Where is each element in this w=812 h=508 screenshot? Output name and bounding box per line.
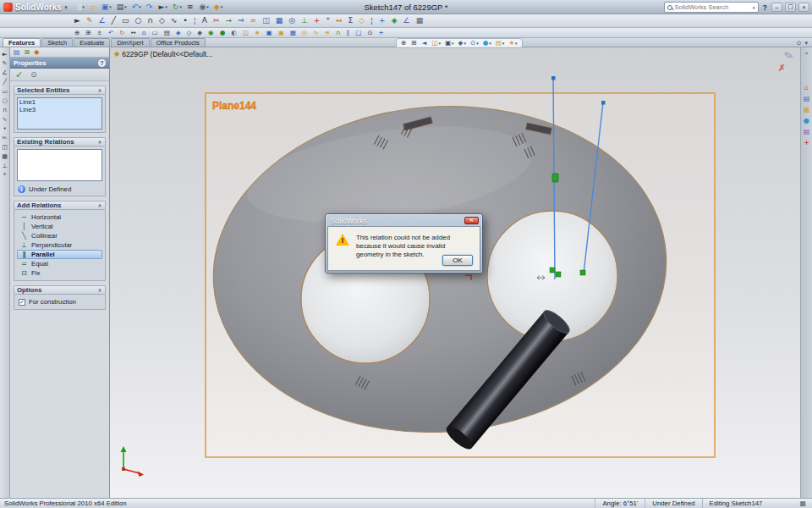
for-construction-option[interactable]: ✓ For construction <box>17 297 102 306</box>
options-header[interactable]: Options » <box>14 285 106 295</box>
dialog-title-bar[interactable]: SolidWorks × <box>327 215 480 226</box>
file-explorer-icon[interactable]: ▦ <box>804 107 810 113</box>
strip-dimension-icon[interactable]: ∠ <box>2 70 7 76</box>
mass-properties-icon[interactable]: Σ <box>346 15 354 26</box>
strip-snap-icon[interactable]: * <box>3 173 7 179</box>
list-item[interactable]: Line1 <box>18 98 102 106</box>
rib-icon[interactable]: ∥ <box>344 29 351 37</box>
centerline-tool-icon[interactable]: ¦ <box>192 15 198 26</box>
text-tool-icon[interactable]: A <box>200 15 209 26</box>
existing-relations-header[interactable]: Existing Relations » <box>14 137 106 146</box>
zoom-in-out-icon[interactable]: ± <box>96 29 104 37</box>
dialog-close-button[interactable]: × <box>464 217 479 224</box>
hud-previous-view-icon[interactable]: ◄ <box>421 39 429 47</box>
hud-apply-scene-icon[interactable]: ▤▾ <box>495 39 506 47</box>
ok-check-icon[interactable]: ✓ <box>15 69 23 80</box>
relation-parallel-button[interactable]: ∥ Parallel <box>17 250 102 259</box>
line-tool-icon[interactable]: ╱ <box>110 15 118 26</box>
measure-icon[interactable]: ↔ <box>334 15 344 26</box>
print-icon[interactable]: ▤▾ <box>115 2 129 13</box>
select-icon[interactable]: ►▾ <box>156 2 168 13</box>
spline-tool-icon[interactable]: ∿ <box>169 15 179 26</box>
relation-collinear-button[interactable]: ╲ Collinear <box>17 231 102 240</box>
tab-evaluate[interactable]: Evaluate <box>74 38 110 47</box>
apply-scene-icon[interactable]: ▣ <box>265 29 274 37</box>
standard-views-icon[interactable]: ⌂ <box>140 29 148 37</box>
circular-pattern-icon[interactable]: ◎ <box>287 15 297 26</box>
commandmanager-pin-icon[interactable]: ⊙ <box>797 41 802 47</box>
undo-icon[interactable]: ↶▾ <box>130 2 143 13</box>
swept-boss-icon[interactable]: ∿ <box>311 29 320 37</box>
exit-sketch-icon[interactable]: ✎ <box>783 49 795 62</box>
add-relations-header[interactable]: Add Relations » <box>14 201 106 210</box>
quick-snaps-icon[interactable]: * <box>324 15 332 26</box>
rebuild-icon[interactable]: ↻▾ <box>171 2 184 13</box>
hud-zoom-area-icon[interactable]: ⊞ <box>410 39 418 47</box>
search-caret-icon[interactable]: ▾ <box>753 5 755 10</box>
hud-section-view-icon[interactable]: ◫▾ <box>431 39 442 47</box>
strip-circle-icon[interactable]: ○ <box>2 98 7 104</box>
hud-zoom-fit-icon[interactable]: ⊕ <box>400 39 408 47</box>
hud-view-settings-icon[interactable]: ★▾ <box>508 39 518 47</box>
redo-icon[interactable]: ↷ <box>145 2 156 13</box>
close-button[interactable]: × <box>798 3 809 12</box>
tab-features[interactable]: Features <box>3 38 41 47</box>
wireframe-icon[interactable]: ◇ <box>185 29 194 37</box>
search-input[interactable] <box>675 3 749 11</box>
property-manager-tab-icon[interactable]: ▤ <box>14 48 20 56</box>
linear-pattern-icon[interactable]: ▦ <box>274 15 285 26</box>
panel-help-icon[interactable]: ? <box>98 59 106 67</box>
lofted-boss-icon[interactable]: ≡ <box>323 29 332 37</box>
for-construction-checkbox[interactable]: ✓ <box>19 299 25 306</box>
shell-icon[interactable]: □ <box>354 29 363 37</box>
smart-dimension-icon[interactable]: ∠ <box>96 15 107 26</box>
hud-view-orientation-icon[interactable]: ▣▾ <box>444 39 455 47</box>
strip-arc-icon[interactable]: ∩ <box>3 108 7 113</box>
hole-wizard-icon[interactable]: ⊙ <box>365 29 374 37</box>
document-recovery-icon[interactable]: + <box>804 140 809 146</box>
list-item[interactable]: Line3 <box>18 106 102 113</box>
dialog-ok-button[interactable]: OK <box>442 255 473 266</box>
zoom-area-icon[interactable]: ⊞ <box>84 29 92 37</box>
relation-badge-icon[interactable] <box>552 174 558 182</box>
strip-point-icon[interactable]: • <box>3 126 6 132</box>
isometric-view-icon[interactable]: ◈ <box>174 29 183 37</box>
shaded-edges-icon[interactable]: ◉ <box>206 29 216 37</box>
resources-icon[interactable]: ⌂ <box>804 85 809 91</box>
hud-display-style-icon[interactable]: ◆▾ <box>458 39 467 47</box>
previous-view-icon[interactable]: ↶ <box>107 29 115 37</box>
help-button[interactable]: ? <box>761 3 770 12</box>
strip-pattern-icon[interactable]: ▦ <box>2 154 8 160</box>
offset-entities-icon[interactable]: ≈ <box>249 15 259 26</box>
logo-menu-caret-icon[interactable]: ▾ <box>65 5 68 9</box>
polygon-tool-icon[interactable]: ◇ <box>157 15 167 26</box>
save-icon[interactable]: ▣▾ <box>100 2 113 13</box>
mirror-entities-icon[interactable]: ◫ <box>261 15 272 26</box>
minimize-button[interactable]: – <box>771 3 782 12</box>
relation-equal-button[interactable]: = Equal <box>17 259 102 268</box>
rotate-view-icon[interactable]: ↻ <box>118 29 126 37</box>
section-view-icon[interactable]: ◫ <box>241 29 250 37</box>
reference-geometry-icon[interactable]: + <box>377 29 386 37</box>
rectangle-tool-icon[interactable]: ▭ <box>120 15 131 26</box>
relation-fix-button[interactable]: ⊡ Fix <box>17 268 102 278</box>
trim-entities-icon[interactable]: ✂ <box>211 15 222 26</box>
strip-rectangle-icon[interactable]: ▭ <box>2 89 8 95</box>
zoom-fit-icon[interactable]: ⊕ <box>73 29 81 37</box>
relation-vertical-button[interactable]: │ Vertical <box>17 222 102 231</box>
strip-line-icon[interactable]: ╱ <box>3 80 6 86</box>
configuration-manager-tab-icon[interactable]: ⊞ <box>25 48 30 56</box>
relation-perpendicular-button[interactable]: ⊥ Perpendicular <box>17 240 102 250</box>
shaded-icon[interactable]: ● <box>218 29 228 37</box>
shadows-icon[interactable]: ◐ <box>229 29 239 37</box>
strip-mirror-icon[interactable]: ◫ <box>2 145 8 151</box>
display-relations-icon[interactable]: ⊥ <box>299 15 310 26</box>
extruded-boss-icon[interactable]: ▣ <box>277 29 286 37</box>
strip-sketch-icon[interactable]: ✎ <box>3 61 8 67</box>
arc-tool-icon[interactable]: ∩ <box>145 15 155 26</box>
appearance-icon[interactable]: ◆▾ <box>212 2 224 13</box>
strip-relations-icon[interactable]: ⊥ <box>2 163 7 169</box>
revolved-boss-icon[interactable]: ◎ <box>300 29 310 37</box>
dimxpert-dimension-icon[interactable]: ∠ <box>402 15 412 26</box>
reference-axis-icon[interactable]: ¦ <box>369 15 375 26</box>
